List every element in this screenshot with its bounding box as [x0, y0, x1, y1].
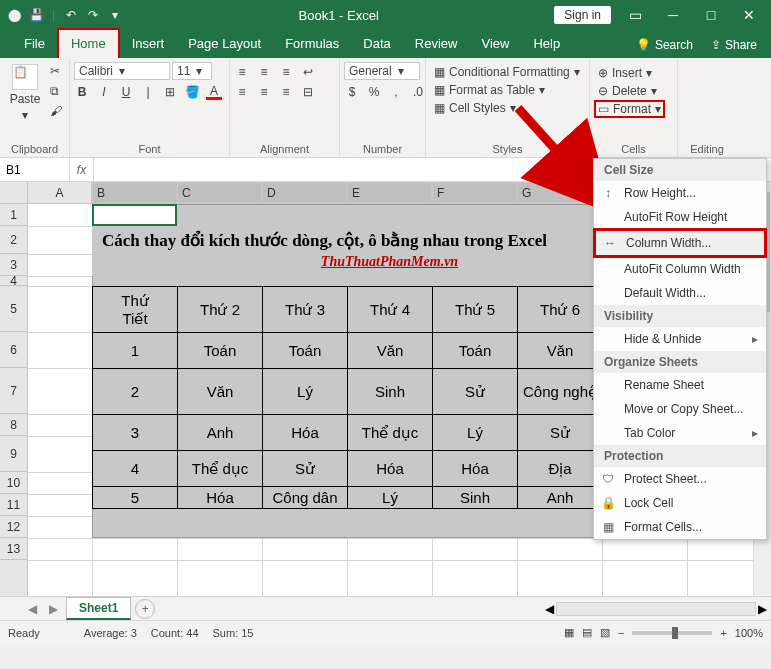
view-page-layout-icon[interactable]: ▤ [582, 626, 592, 639]
col-header[interactable]: F [432, 182, 517, 203]
view-page-break-icon[interactable]: ▧ [600, 626, 610, 639]
tab-page-layout[interactable]: Page Layout [176, 30, 273, 58]
sheet-nav-prev-icon[interactable]: ◀ [24, 602, 41, 616]
cell-styles-button[interactable]: ▦Cell Styles▾ [430, 100, 584, 116]
menu-lock-cell[interactable]: 🔒Lock Cell [594, 491, 766, 515]
tab-formulas[interactable]: Formulas [273, 30, 351, 58]
conditional-formatting-button[interactable]: ▦Conditional Formatting▾ [430, 64, 584, 80]
tab-file[interactable]: File [12, 30, 57, 58]
comma-icon[interactable]: , [388, 84, 404, 100]
align-right-icon[interactable]: ≡ [278, 84, 294, 100]
font-size-select[interactable]: 11▾ [172, 62, 212, 80]
row-header[interactable]: 7 [0, 368, 27, 414]
format-painter-icon[interactable]: 🖌 [50, 104, 62, 118]
horizontal-scrollbar[interactable]: ◀▶ [545, 602, 771, 616]
autosave-icon[interactable]: ⬤ [6, 7, 22, 23]
fill-color-icon[interactable]: 🪣 [184, 84, 200, 100]
minimize-icon[interactable]: ─ [659, 7, 687, 23]
row-header[interactable]: 8 [0, 414, 27, 436]
menu-row-height[interactable]: ↕Row Height... [594, 181, 766, 205]
tab-help[interactable]: Help [521, 30, 572, 58]
paste-button[interactable]: 📋 Paste ▾ [4, 60, 46, 122]
col-header[interactable]: B [92, 182, 177, 203]
col-header[interactable]: D [262, 182, 347, 203]
delete-cells-button[interactable]: ⊖Delete▾ [594, 82, 665, 100]
underline-icon[interactable]: U [118, 84, 134, 100]
row-header[interactable]: 5 [0, 286, 27, 332]
menu-tab-color[interactable]: Tab Color [594, 421, 766, 445]
copy-icon[interactable]: ⧉ [50, 84, 62, 98]
tab-home[interactable]: Home [57, 28, 120, 58]
row-header[interactable]: 10 [0, 472, 27, 494]
col-header[interactable]: C [177, 182, 262, 203]
menu-format-cells[interactable]: ▦Format Cells... [594, 515, 766, 539]
col-header[interactable]: A [28, 182, 92, 203]
menu-hide-unhide[interactable]: Hide & Unhide [594, 327, 766, 351]
align-top-icon[interactable]: ≡ [234, 64, 250, 80]
menu-autofit-col[interactable]: AutoFit Column Width [594, 257, 766, 281]
menu-move-copy[interactable]: Move or Copy Sheet... [594, 397, 766, 421]
row-header[interactable]: 1 [0, 204, 27, 226]
zoom-level[interactable]: 100% [735, 627, 763, 639]
row-header[interactable]: 11 [0, 494, 27, 516]
select-all-triangle[interactable] [0, 182, 28, 203]
align-left-icon[interactable]: ≡ [234, 84, 250, 100]
ribbon-options-icon[interactable]: ▭ [621, 7, 649, 23]
percent-icon[interactable]: % [366, 84, 382, 100]
format-as-table-button[interactable]: ▦Format as Table▾ [430, 82, 584, 98]
row-header[interactable]: 2 [0, 226, 27, 254]
insert-cells-button[interactable]: ⊕Insert▾ [594, 64, 665, 82]
qat-customize-icon[interactable]: ▾ [107, 7, 123, 23]
menu-autofit-row[interactable]: AutoFit Row Height [594, 205, 766, 229]
close-icon[interactable]: ✕ [735, 7, 763, 23]
increase-decimal-icon[interactable]: .0 [410, 84, 426, 100]
row-header[interactable]: 4 [0, 276, 27, 286]
zoom-slider[interactable] [632, 631, 712, 635]
add-sheet-button[interactable]: + [135, 599, 155, 619]
tab-data[interactable]: Data [351, 30, 402, 58]
maximize-icon[interactable]: □ [697, 7, 725, 23]
name-box[interactable]: B1 [0, 158, 70, 181]
bold-icon[interactable]: B [74, 84, 90, 100]
align-bottom-icon[interactable]: ≡ [278, 64, 294, 80]
menu-default-width[interactable]: Default Width... [594, 281, 766, 305]
redo-icon[interactable]: ↷ [85, 7, 101, 23]
tab-view[interactable]: View [469, 30, 521, 58]
row-header[interactable]: 6 [0, 332, 27, 368]
align-middle-icon[interactable]: ≡ [256, 64, 272, 80]
row-header[interactable]: 9 [0, 436, 27, 472]
zoom-out-icon[interactable]: − [618, 627, 624, 639]
sheet-tab[interactable]: Sheet1 [66, 597, 131, 620]
menu-column-width[interactable]: ↔Column Width... [593, 228, 767, 258]
italic-icon[interactable]: I [96, 84, 112, 100]
row-header[interactable]: 3 [0, 254, 27, 276]
ribbon-tabs: File Home Insert Page Layout Formulas Da… [0, 30, 771, 58]
zoom-in-icon[interactable]: + [720, 627, 726, 639]
menu-rename-sheet[interactable]: Rename Sheet [594, 373, 766, 397]
format-cells-button[interactable]: ▭Format▾ [594, 100, 665, 118]
align-center-icon[interactable]: ≡ [256, 84, 272, 100]
save-icon[interactable]: 💾 [28, 7, 44, 23]
share-button[interactable]: ⇪Share [711, 38, 757, 52]
cut-icon[interactable]: ✂ [50, 64, 62, 78]
font-name-select[interactable]: Calibri▾ [74, 62, 170, 80]
number-format-select[interactable]: General▾ [344, 62, 420, 80]
row-header[interactable]: 12 [0, 516, 27, 538]
fx-icon[interactable]: fx [70, 158, 94, 181]
view-normal-icon[interactable]: ▦ [564, 626, 574, 639]
search-button[interactable]: 💡Search [636, 38, 693, 52]
currency-icon[interactable]: $ [344, 84, 360, 100]
tab-insert[interactable]: Insert [120, 30, 177, 58]
col-header[interactable]: G [517, 182, 602, 203]
merge-icon[interactable]: ⊟ [300, 84, 316, 100]
menu-protect-sheet[interactable]: 🛡Protect Sheet... [594, 467, 766, 491]
col-header[interactable]: E [347, 182, 432, 203]
wrap-text-icon[interactable]: ↩ [300, 64, 316, 80]
undo-icon[interactable]: ↶ [63, 7, 79, 23]
font-color-icon[interactable]: A [206, 84, 222, 100]
row-header[interactable]: 13 [0, 538, 27, 560]
sign-in-button[interactable]: Sign in [554, 6, 611, 24]
sheet-nav-next-icon[interactable]: ▶ [45, 602, 62, 616]
border-icon[interactable]: ⊞ [162, 84, 178, 100]
tab-review[interactable]: Review [403, 30, 470, 58]
